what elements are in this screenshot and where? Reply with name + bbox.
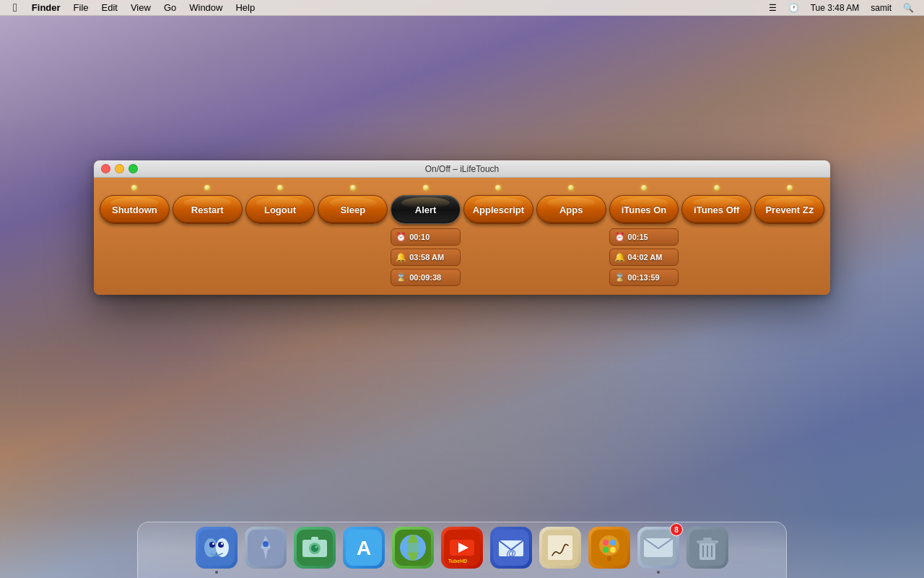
search-icon[interactable]: 🔍 [899, 0, 918, 16]
button-cell-applescript: Applescript [463, 185, 533, 286]
menubar-edit[interactable]: Edit [96, 0, 123, 16]
svg-point-35 [610, 547, 616, 553]
dock-item-finder[interactable] [195, 526, 238, 569]
button-cell-itunes-off: iTunes Off [681, 185, 751, 286]
menu-icon[interactable]: ☰ [764, 0, 781, 16]
minimize-button[interactable] [115, 164, 124, 173]
button-cell-restart: Restart [173, 185, 243, 286]
timer-row-itunes-on-0: ⏰00:15 [609, 228, 679, 246]
menubar-user[interactable]: samit [866, 0, 896, 16]
dock-item-sign[interactable] [539, 526, 582, 569]
svg-point-34 [603, 547, 609, 553]
svg-text:@: @ [506, 548, 516, 559]
light-prevent-sleep [787, 185, 793, 191]
dock-item-appstore[interactable]: A [342, 526, 385, 569]
svg-point-4 [218, 542, 224, 548]
button-cell-shutdown: Shutdown [100, 185, 170, 286]
timer-icon-itunes-on-2: ⌛ [614, 272, 625, 282]
prevent-sleep-button[interactable]: Prevent Zᴢ [754, 195, 824, 224]
svg-point-3 [209, 542, 215, 548]
button-cell-apps: Apps [536, 185, 606, 286]
itunes-on-button[interactable]: iTunes On [609, 195, 679, 224]
app-window: On/Off – iLifeTouch ShutdownRestartLogou… [94, 160, 830, 295]
dock-item-rocket[interactable] [244, 526, 287, 569]
dock-item-iphoto[interactable] [293, 526, 336, 569]
timer-icon-alert-1: 🔔 [396, 252, 406, 262]
dock-item-maps[interactable] [391, 526, 435, 569]
dock-item-inner-maps [392, 527, 434, 569]
menubar-view[interactable]: View [125, 0, 157, 16]
applescript-button[interactable]: Applescript [463, 195, 533, 224]
menubar-finder[interactable]: Finder [26, 0, 66, 16]
button-cell-prevent-sleep: Prevent Zᴢ [754, 185, 824, 286]
timer-value-itunes-on-0: 00:15 [628, 233, 648, 241]
menubar-window[interactable]: Window [183, 0, 228, 16]
alert-button[interactable]: Alert [391, 195, 461, 224]
window-title: On/Off – iLifeTouch [425, 164, 500, 174]
light-applescript [495, 185, 501, 191]
dock-item-mail[interactable]: @ [489, 526, 533, 569]
menubar:  Finder File Edit View Go Window Help ☰… [0, 0, 924, 16]
svg-point-13 [315, 546, 318, 548]
svg-point-31 [599, 535, 619, 556]
dock-dot-mail2 [657, 571, 660, 574]
light-logout [277, 185, 283, 191]
dock-item-inner-sign [539, 527, 581, 569]
logout-button[interactable]: Logout [245, 195, 315, 224]
titlebar-buttons [101, 164, 138, 173]
light-apps [568, 185, 574, 191]
light-itunes-off [714, 185, 720, 191]
clock-icon: 🕐 [784, 0, 803, 16]
dock-item-youtube[interactable]: TubeHD [440, 526, 484, 569]
restart-button[interactable]: Restart [173, 195, 243, 224]
light-itunes-on [641, 185, 647, 191]
timer-icon-alert-0: ⏰ [396, 232, 406, 242]
timer-rows-itunes-on: ⏰00:15🔔04:02 AM⌛00:13:59 [609, 228, 679, 286]
svg-rect-42 [703, 538, 712, 541]
close-button[interactable] [101, 164, 110, 173]
menubar-go[interactable]: Go [158, 0, 182, 16]
menubar-file[interactable]: File [68, 0, 95, 16]
light-restart [204, 185, 210, 191]
dock-item-inner-mail: @ [490, 527, 532, 569]
menubar-help[interactable]: Help [230, 0, 261, 16]
button-cell-itunes-on: iTunes On⏰00:15🔔04:02 AM⌛00:13:59 [609, 185, 679, 286]
svg-point-5 [212, 543, 214, 545]
window-content: ShutdownRestartLogoutSleepAlert⏰00:10🔔03… [94, 178, 830, 295]
dock-item-joystick[interactable] [588, 526, 631, 569]
timer-icon-itunes-on-1: 🔔 [614, 252, 625, 262]
menubar-right: ☰ 🕐 Tue 3:48 AM samit 🔍 [764, 0, 918, 16]
light-sleep [350, 185, 356, 191]
dock: ATubeHD@8 [0, 513, 924, 578]
svg-point-6 [221, 543, 223, 545]
sleep-button[interactable]: Sleep [318, 195, 388, 224]
shutdown-button[interactable]: Shutdown [100, 195, 170, 224]
apps-button[interactable]: Apps [536, 195, 606, 224]
dock-item-trash[interactable] [686, 526, 729, 569]
apple-menu[interactable]:  [6, 0, 25, 16]
light-shutdown [131, 185, 137, 191]
timer-icon-itunes-on-0: ⏰ [614, 232, 625, 242]
timer-value-alert-1: 03:58 AM [409, 253, 444, 262]
titlebar: On/Off – iLifeTouch [94, 160, 830, 178]
svg-text:TubeHD: TubeHD [448, 558, 467, 564]
timer-value-alert-2: 00:09:38 [409, 273, 441, 282]
timer-row-alert-2: ⌛00:09:38 [391, 269, 461, 286]
timer-row-itunes-on-1: 🔔04:02 AM [609, 249, 679, 266]
timer-row-alert-1: 🔔03:58 AM [391, 249, 461, 266]
dock-item-mail2[interactable]: 8 [637, 526, 680, 569]
timer-row-alert-0: ⏰00:10 [391, 228, 461, 246]
svg-point-20 [400, 543, 426, 553]
maximize-button[interactable] [128, 164, 138, 173]
svg-point-12 [311, 545, 318, 552]
dock-item-inner-appstore: A [343, 527, 385, 569]
svg-point-33 [610, 540, 616, 545]
svg-rect-36 [607, 556, 611, 561]
itunes-off-button[interactable]: iTunes Off [681, 195, 751, 224]
svg-point-32 [603, 540, 609, 545]
dock-item-inner-finder [196, 527, 237, 569]
dock-item-inner-youtube: TubeHD [441, 527, 483, 569]
badge-mail2: 8 [670, 523, 683, 536]
dock-item-inner-iphoto [294, 527, 336, 569]
dock-dot-finder [215, 571, 218, 574]
